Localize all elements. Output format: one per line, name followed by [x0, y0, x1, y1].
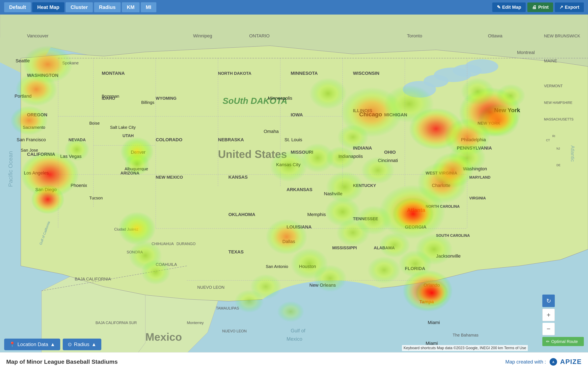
svg-text:Boise: Boise	[89, 121, 100, 126]
svg-text:MISSISSIPPI: MISSISSIPPI	[332, 245, 357, 250]
km-button[interactable]: KM	[122, 2, 139, 12]
svg-text:MAINE: MAINE	[544, 59, 557, 63]
svg-text:COAHUILA: COAHUILA	[156, 262, 177, 267]
print-icon: 🖨	[532, 5, 536, 10]
svg-text:WISCONSIN: WISCONSIN	[353, 71, 379, 76]
svg-text:BAJA CALIFORNIA: BAJA CALIFORNIA	[75, 277, 111, 281]
svg-text:Memphis: Memphis	[307, 212, 326, 217]
svg-text:MASSACHUSETTS: MASSACHUSETTS	[544, 117, 573, 121]
svg-text:San Antonio: San Antonio	[266, 264, 288, 269]
svg-text:New York: New York	[494, 107, 520, 113]
svg-text:CHIHUAHUA: CHIHUAHUA	[152, 242, 174, 246]
heatmap-button[interactable]: Heat Map	[32, 2, 64, 12]
svg-text:GEORGIA: GEORGIA	[405, 224, 426, 230]
svg-text:Spokane: Spokane	[62, 61, 79, 65]
edit-icon: ✎	[497, 5, 501, 10]
svg-text:A: A	[552, 360, 554, 364]
svg-text:Tucson: Tucson	[89, 196, 103, 200]
apize-logo-icon: A	[548, 358, 558, 366]
svg-text:San Jose: San Jose	[21, 148, 38, 152]
right-controls: ↻ + − ✏ Optimal Route	[542, 295, 584, 346]
optimal-route-button[interactable]: ✏ Optimal Route	[542, 337, 584, 346]
svg-text:Ottawa: Ottawa	[488, 33, 503, 38]
svg-text:UTAH: UTAH	[123, 133, 134, 138]
svg-point-6	[465, 59, 498, 74]
radius-button[interactable]: Radius	[94, 2, 121, 12]
location-chevron-icon: ▲	[50, 341, 55, 347]
map-container: Pacific Ocean Atlantic WASHINGTON OREGON…	[0, 0, 588, 371]
svg-text:LOUISIANA: LOUISIANA	[286, 224, 312, 230]
refresh-button[interactable]: ↻	[542, 295, 555, 307]
svg-text:Portland: Portland	[15, 94, 32, 99]
export-icon: ↗	[559, 5, 563, 10]
svg-text:Bozeman: Bozeman	[102, 94, 119, 98]
svg-text:Charlotte: Charlotte	[432, 183, 450, 188]
default-button[interactable]: Default	[4, 2, 31, 12]
svg-text:Mexico: Mexico	[286, 336, 302, 342]
svg-text:MONTANA: MONTANA	[102, 71, 125, 76]
svg-text:Seattle: Seattle	[16, 58, 30, 63]
svg-text:ARIZONA: ARIZONA	[120, 171, 139, 175]
svg-text:Winnipeg: Winnipeg	[193, 33, 212, 38]
cluster-button[interactable]: Cluster	[66, 2, 93, 12]
svg-text:PENNSYLVANIA: PENNSYLVANIA	[457, 145, 492, 151]
mi-button[interactable]: MI	[141, 2, 156, 12]
svg-text:Dallas: Dallas	[282, 239, 295, 244]
svg-text:VERMONT: VERMONT	[544, 84, 563, 88]
svg-text:MICHIGAN: MICHIGAN	[384, 112, 407, 117]
svg-text:NJ: NJ	[556, 147, 560, 150]
toolbar-right: ✎ Edit Map 🖨 Print ↗ Export	[492, 2, 584, 12]
svg-text:BAJA CALIFORNIA SUR: BAJA CALIFORNIA SUR	[95, 321, 137, 325]
svg-text:INDIANA: INDIANA	[353, 145, 372, 151]
svg-text:ONTARIO: ONTARIO	[249, 33, 270, 38]
svg-text:United States: United States	[218, 148, 287, 160]
svg-text:MINNESOTA: MINNESOTA	[291, 71, 318, 76]
svg-text:Los Angeles: Los Angeles	[24, 170, 49, 176]
svg-text:Kansas City: Kansas City	[276, 162, 300, 167]
svg-text:WEST VIRGINIA: WEST VIRGINIA	[426, 171, 457, 175]
svg-text:Montreal: Montreal	[517, 50, 535, 55]
svg-text:Toronto: Toronto	[407, 33, 422, 38]
svg-text:NEW HAMPSHIRE: NEW HAMPSHIRE	[544, 101, 572, 105]
apize-logo[interactable]: A APIZE	[548, 358, 582, 366]
radius-chevron-icon: ▲	[92, 341, 96, 347]
map-title: Map of Minor League Baseball Stadiums	[6, 359, 118, 365]
svg-text:Orlando: Orlando	[424, 283, 440, 288]
svg-text:ALABAMA: ALABAMA	[374, 245, 395, 250]
svg-text:WASHINGTON: WASHINGTON	[27, 73, 58, 78]
svg-text:OKLAHOMA: OKLAHOMA	[228, 212, 255, 217]
svg-text:NEW BRUNSWICK: NEW BRUNSWICK	[544, 34, 580, 38]
zoom-in-button[interactable]: +	[542, 309, 555, 321]
svg-text:NUEVO LEON: NUEVO LEON	[197, 285, 224, 290]
svg-text:San Diego: San Diego	[35, 187, 57, 192]
svg-text:Vancouver: Vancouver	[27, 33, 49, 38]
svg-text:KANSAS: KANSAS	[228, 174, 248, 180]
svg-text:The Bahamas: The Bahamas	[453, 333, 479, 337]
svg-text:OHIO: OHIO	[384, 149, 396, 155]
svg-text:Denver: Denver	[131, 149, 146, 155]
svg-text:Monterrey: Monterrey	[187, 321, 204, 325]
svg-text:San Francisco: San Francisco	[17, 137, 46, 142]
svg-text:KENTUCKY: KENTUCKY	[353, 183, 376, 188]
svg-text:DE: DE	[556, 163, 560, 167]
bottom-controls: 📍 Location Data ▲ ⊙ Radius ▲	[4, 339, 101, 350]
svg-text:Atlantic: Atlantic	[570, 145, 576, 162]
bottom-bar: Map of Minor League Baseball Stadiums Ma…	[0, 352, 588, 371]
apize-brand-text: APIZE	[560, 358, 582, 366]
edit-map-button[interactable]: ✎ Edit Map	[492, 2, 526, 12]
svg-text:Indianapolis: Indianapolis	[338, 154, 363, 159]
radius-control-button[interactable]: ⊙ Radius ▲	[63, 339, 101, 350]
svg-text:SOUTH CAROLINA: SOUTH CAROLINA	[436, 233, 470, 238]
svg-text:Ciudad Juárez: Ciudad Juárez	[114, 227, 138, 231]
svg-text:MARYLAND: MARYLAND	[469, 175, 490, 180]
export-button[interactable]: ↗ Export	[555, 2, 584, 12]
svg-text:ARKANSAS: ARKANSAS	[286, 187, 313, 192]
svg-text:Washington: Washington	[463, 166, 487, 171]
toolbar: Default Heat Map Cluster Radius KM MI ✎ …	[0, 0, 588, 15]
zoom-out-button[interactable]: −	[542, 323, 555, 335]
svg-text:Cincinnati: Cincinnati	[378, 158, 398, 163]
svg-text:Albuquerque: Albuquerque	[125, 167, 148, 171]
location-data-button[interactable]: 📍 Location Data ▲	[4, 339, 60, 350]
print-button[interactable]: 🖨 Print	[527, 2, 553, 12]
location-icon: 📍	[9, 341, 15, 347]
